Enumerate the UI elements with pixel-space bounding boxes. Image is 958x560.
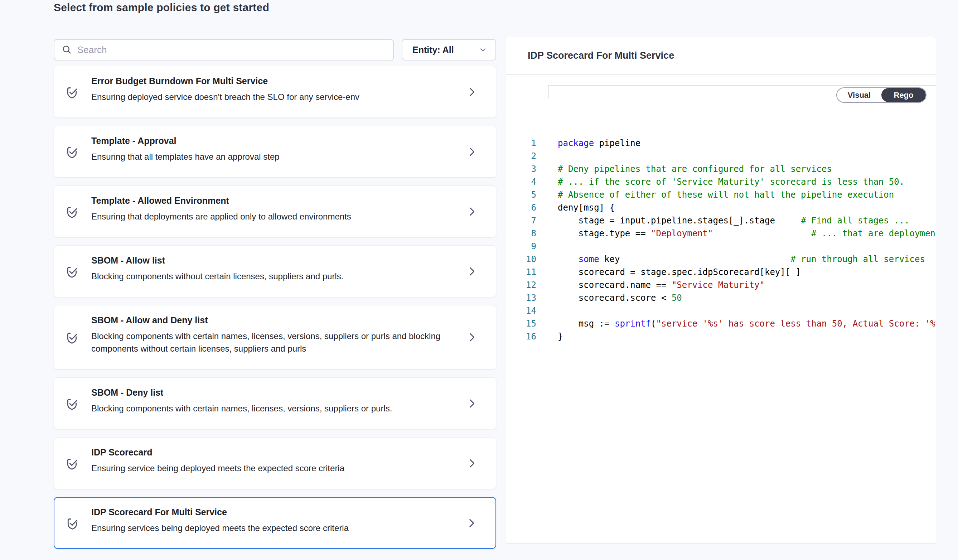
code-line: 12 scorecard.name == "Service Maturity" [506,279,936,292]
policy-list-item[interactable]: Template - Approval Ensuring that all te… [54,126,496,178]
code-line: 10 some key # run through all services [506,253,936,266]
policy-list-item[interactable]: IDP Scorecard For Multi Service Ensuring… [54,497,496,549]
entity-filter-dropdown[interactable]: Entity: All [402,39,496,60]
entity-filter-label: Entity: All [412,45,454,55]
detail-title: IDP Scorecard For Multi Service [506,37,936,75]
policy-list: Error Budget Burndown For Multi Service … [54,66,496,549]
chevron-right-icon [466,265,477,278]
policy-title: SBOM - Allow list [91,255,464,266]
code-line-content: scorecard = stage.spec.idpScorecard[key]… [536,266,936,279]
code-line: 13 scorecard.score < 50 [506,292,936,305]
search-input[interactable] [77,44,386,56]
visual-rego-toggle: Visual Rego [836,87,926,103]
policy-description: Ensuring services being deployed meets t… [91,522,453,534]
code-line-content: stage = input.pipeline.stages[_].stage #… [536,214,936,227]
line-number: 11 [506,266,536,279]
policy-title: Error Budget Burndown For Multi Service [91,76,464,86]
policy-list-column: Entity: All Error Budget Burndown For Mu… [54,38,496,549]
code-line: 5# Absence of either of these will not h… [506,188,936,201]
line-number: 14 [506,305,536,317]
search-box [54,39,394,60]
policy-title: SBOM - Allow and Deny list [91,315,464,325]
code-line-content: # ... if the score of 'Service Maturity'… [536,175,936,188]
policy-title: Template - Allowed Environment [91,195,464,206]
policy-list-item[interactable]: SBOM - Deny list Blocking components wit… [54,378,496,429]
code-line: 8 stage.type == "Deployment" # ... that … [506,227,936,240]
code-line: 3# Deny pipelines that are configured fo… [506,163,936,175]
shield-check-icon [65,144,79,160]
policy-detail-panel: IDP Scorecard For Multi Service Visual R… [506,37,936,544]
line-number: 8 [506,227,536,240]
line-number: 10 [506,253,536,266]
shield-check-icon [65,455,79,471]
visual-toggle-button[interactable]: Visual [837,88,881,102]
policy-description: Ensuring deployed service doesn't breach… [91,90,453,103]
code-line: 15 msg := sprintf("service '%s' has scor… [506,317,936,330]
sample-policies-page: Select from sample policies to get start… [0,0,958,560]
shield-check-icon [65,515,79,531]
chevron-right-icon [466,205,477,218]
code-line: 4# ... if the score of 'Service Maturity… [506,175,936,188]
line-number: 6 [506,201,536,214]
code-line: 2 [506,150,936,163]
shield-check-icon [65,329,79,345]
line-number: 1 [506,137,536,150]
code-line-content: } [536,330,936,343]
policy-list-item[interactable]: SBOM - Allow and Deny list Blocking comp… [54,305,496,370]
rego-code-editor[interactable]: 1package pipeline23# Deny pipelines that… [506,85,936,343]
code-line: 6deny[msg] { [506,201,936,214]
policy-list-item[interactable]: Error Budget Burndown For Multi Service … [54,66,496,118]
policy-list-item[interactable]: Template - Allowed Environment Ensuring … [54,186,496,237]
line-number: 5 [506,188,536,201]
chevron-right-icon [466,397,477,410]
policy-description: Ensuring service being deployed meets th… [91,462,453,474]
chevron-right-icon [466,331,477,344]
code-line-content: msg := sprintf("service '%s' has score l… [536,317,936,330]
code-line-content: scorecard.name == "Service Maturity" [536,279,936,292]
line-number: 3 [506,163,536,175]
shield-check-icon [65,396,79,411]
code-line-content [536,240,936,253]
policy-title: SBOM - Deny list [91,387,464,398]
shield-check-icon [65,263,79,279]
policy-description: Blocking components with certain names, … [91,402,453,415]
code-line-content: scorecard.score < 50 [536,292,936,305]
code-line-content: stage.type == "Deployment" # ... that ar… [536,227,936,240]
policy-description: Ensuring that deployments are applied on… [91,210,453,223]
code-line-content [536,305,936,317]
policy-title: IDP Scorecard [91,447,464,458]
toolbar: Entity: All [54,39,496,60]
rego-toggle-button[interactable]: Rego [881,88,926,102]
content: Entity: All Error Budget Burndown For Mu… [54,38,958,549]
line-number: 4 [506,175,536,188]
code-line-content: deny[msg] { [536,201,936,214]
line-number: 16 [506,330,536,343]
chevron-right-icon [466,145,477,158]
code-line: 1package pipeline [506,137,936,150]
shield-check-icon [65,204,79,219]
policy-description: Blocking components without certain lice… [91,270,453,282]
code-line: 7 stage = input.pipeline.stages[_].stage… [506,214,936,227]
line-number: 9 [506,240,536,253]
page-title: Select from sample policies to get start… [54,0,958,14]
code-line-content [536,150,936,163]
policy-title: Template - Approval [91,135,464,146]
chevron-right-icon [466,517,477,530]
policy-list-item[interactable]: IDP Scorecard Ensuring service being dep… [54,437,496,489]
chevron-down-icon [478,45,488,54]
policy-title: IDP Scorecard For Multi Service [91,507,464,517]
code-line-content: package pipeline [536,137,936,150]
search-icon [62,44,72,55]
code-line-content: some key # run through all services [536,253,936,266]
code-line: 16} [506,330,936,343]
policy-list-item[interactable]: SBOM - Allow list Blocking components wi… [54,245,496,297]
line-number: 2 [506,150,536,163]
code-line: 9 [506,240,936,253]
line-number: 15 [506,317,536,330]
shield-check-icon [65,84,79,100]
chevron-right-icon [466,457,477,470]
code-line-content: # Deny pipelines that are configured for… [536,163,936,175]
line-number: 12 [506,279,536,292]
policy-description: Blocking components with certain names, … [91,330,453,355]
code-line-content: # Absence of either of these will not ha… [536,188,936,201]
